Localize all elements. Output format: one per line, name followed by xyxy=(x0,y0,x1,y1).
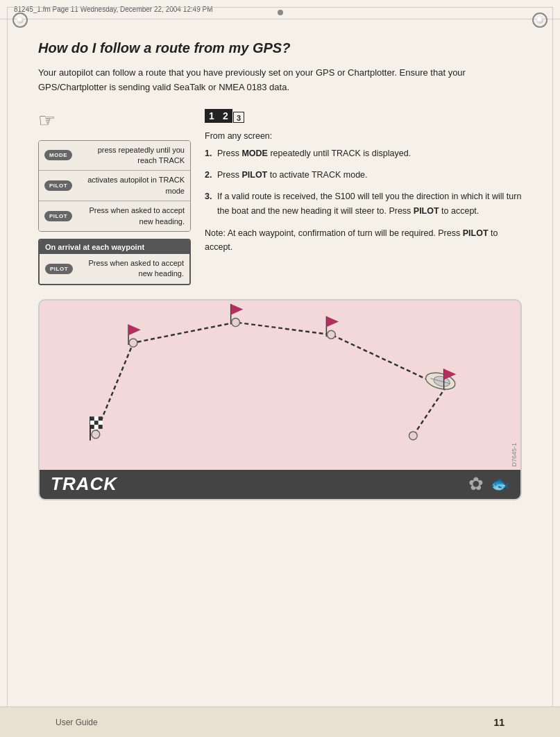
instructions-list: Press MODE repeatedly until TRACK is dis… xyxy=(205,146,522,219)
intro-paragraph: Your autopilot can follow a route that y… xyxy=(38,66,482,95)
step-badge-2: 2 xyxy=(219,109,232,123)
flower-icon: ✿ xyxy=(468,473,484,495)
svg-rect-7 xyxy=(99,416,103,421)
bold-pilot-2: PILOT xyxy=(241,170,267,180)
button-row-pilot-1: PILOT activates autopilot in TRACK mode xyxy=(39,171,190,201)
pilot-button-desc-1: activates autopilot in TRACK mode xyxy=(79,175,185,196)
right-column: 1 2 3 From any screen: Press MODE repeat… xyxy=(205,109,522,285)
svg-rect-11 xyxy=(90,425,94,429)
svg-rect-10 xyxy=(99,421,103,425)
from-any-screen-label: From any screen: xyxy=(205,131,522,141)
bold-pilot-note: PILOT xyxy=(463,228,489,238)
mode-button-label: MODE xyxy=(44,150,72,160)
svg-rect-9 xyxy=(94,421,99,425)
instruction-step-1: Press MODE repeatedly until TRACK is dis… xyxy=(205,146,522,161)
button-row-mode: MODE press repeatedly until you reach TR… xyxy=(39,141,190,171)
svg-point-26 xyxy=(409,432,417,440)
waypoint-header-label: On arrival at each waypoint xyxy=(40,240,189,254)
waypoint-pilot-button: PILOT xyxy=(45,264,73,274)
track-route-svg xyxy=(40,300,520,470)
step-badge-1: 1 xyxy=(205,109,219,123)
pilot-button-label-1: PILOT xyxy=(44,180,72,191)
corner-mark-tr xyxy=(532,12,548,28)
finger-icon: ☞ xyxy=(38,109,191,132)
note-text: Note: At each waypoint, confirmation of … xyxy=(205,226,522,254)
svg-rect-12 xyxy=(94,425,99,429)
page-title: How do I follow a route from my GPS? xyxy=(38,40,522,56)
pilot-button-label-2: PILOT xyxy=(44,211,72,221)
steps-badge: 1 2 3 xyxy=(205,109,522,123)
two-column-layout: ☞ MODE press repeatedly until you reach … xyxy=(38,109,522,285)
corner-mark-tl xyxy=(12,12,28,28)
step-badge-3: 3 xyxy=(233,112,244,123)
svg-point-22 xyxy=(92,430,100,439)
mode-button-desc: press repeatedly until you reach TRACK xyxy=(79,145,185,167)
waypoint-pilot-row: PILOT Press when asked to accept new hea… xyxy=(40,254,189,284)
svg-rect-13 xyxy=(99,425,103,429)
svg-point-25 xyxy=(327,330,335,339)
track-bottom-bar: TRACK ✿ 🐟 xyxy=(40,470,520,499)
track-icons: ✿ 🐟 xyxy=(468,473,509,495)
pilot-button-desc-2: Press when asked to accept new heading. xyxy=(79,205,185,227)
button-instruction-table: MODE press repeatedly until you reach TR… xyxy=(38,140,191,232)
svg-rect-5 xyxy=(90,416,94,421)
svg-rect-8 xyxy=(90,421,94,425)
bold-mode: MODE xyxy=(241,149,268,158)
footer-bar: User Guide 11 xyxy=(0,706,560,737)
bold-pilot-3: PILOT xyxy=(414,206,439,216)
header-text: 81245_1.fm Page 11 Wednesday, December 2… xyxy=(14,6,212,13)
waypoint-section: On arrival at each waypoint PILOT Press … xyxy=(38,239,191,285)
svg-point-23 xyxy=(129,339,137,347)
track-diagram: TRACK ✿ 🐟 D7645-1 xyxy=(38,299,522,500)
footer-label: User Guide xyxy=(56,718,98,727)
button-row-pilot-2: PILOT Press when asked to accept new hea… xyxy=(39,201,190,231)
track-label-text: TRACK xyxy=(51,473,117,495)
image-number: D7645-1 xyxy=(511,443,518,467)
footer-page-number: 11 xyxy=(493,717,504,728)
track-diagram-inner: TRACK ✿ 🐟 D7645-1 xyxy=(40,300,520,499)
crosshair-top-center xyxy=(278,10,283,15)
svg-rect-6 xyxy=(94,416,99,421)
main-content: How do I follow a route from my GPS? You… xyxy=(0,19,560,514)
waypoint-pilot-desc: Press when asked to accept new heading. xyxy=(80,258,184,280)
instruction-step-3: If a valid route is received, the S100 w… xyxy=(205,189,522,219)
left-column: ☞ MODE press repeatedly until you reach … xyxy=(38,109,191,285)
instruction-step-2: Press PILOT to activate TRACK mode. xyxy=(205,168,522,183)
svg-point-24 xyxy=(232,318,240,326)
fish-icon: 🐟 xyxy=(491,475,509,493)
